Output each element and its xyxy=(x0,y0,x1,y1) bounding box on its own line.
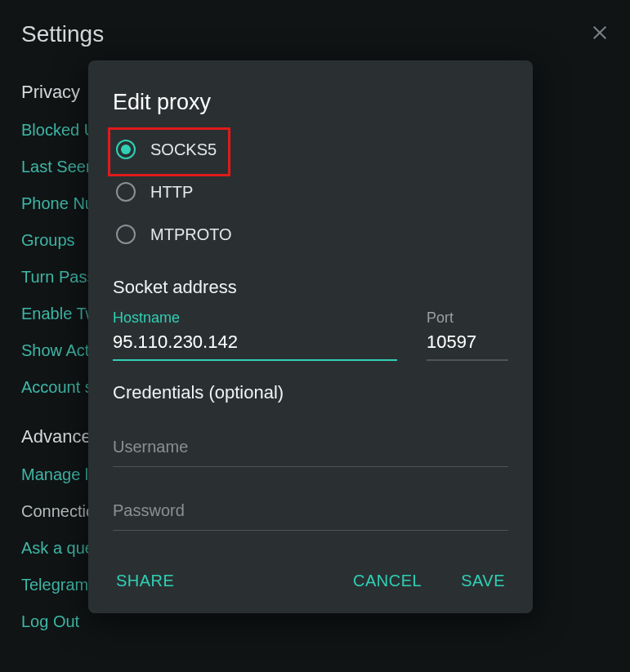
close-icon[interactable] xyxy=(591,24,609,45)
address-row: Hostname Port xyxy=(113,309,508,361)
spacer xyxy=(210,567,317,595)
radio-mtproto[interactable]: MTPROTO xyxy=(113,213,508,256)
radio-dot-icon xyxy=(116,140,136,159)
radio-socks5-label: SOCKS5 xyxy=(150,140,217,159)
password-input[interactable] xyxy=(113,485,508,531)
credentials-head: Credentials (optional) xyxy=(113,382,508,403)
save-button[interactable]: SAVE xyxy=(458,567,508,595)
radio-http[interactable]: HTTP xyxy=(113,171,508,213)
port-input[interactable] xyxy=(427,332,508,361)
password-field-wrap xyxy=(113,485,508,531)
hostname-label: Hostname xyxy=(113,309,397,327)
hostname-input[interactable] xyxy=(113,332,397,361)
edit-proxy-modal: Edit proxy SOCKS5 HTTP MTPROTO Socket ad… xyxy=(88,60,533,613)
username-field-wrap xyxy=(113,421,508,467)
port-label: Port xyxy=(427,309,508,327)
share-button[interactable]: SHARE xyxy=(113,567,177,595)
settings-header: Settings xyxy=(21,21,609,47)
link-log-out[interactable]: Log Out xyxy=(21,612,609,631)
modal-title: Edit proxy xyxy=(113,90,508,115)
socket-address-head: Socket address xyxy=(113,277,508,298)
radio-circle-icon xyxy=(116,182,136,202)
cancel-button[interactable]: CANCEL xyxy=(350,567,425,595)
modal-actions: SHARE CANCEL SAVE xyxy=(113,567,508,595)
radio-mtproto-label: MTPROTO xyxy=(150,225,232,244)
radio-circle-icon xyxy=(116,225,136,244)
port-field-wrap: Port xyxy=(427,309,508,361)
settings-title: Settings xyxy=(21,21,104,47)
radio-socks5[interactable]: SOCKS5 xyxy=(113,128,508,171)
username-input[interactable] xyxy=(113,421,508,467)
hostname-field-wrap: Hostname xyxy=(113,309,397,361)
radio-http-label: HTTP xyxy=(150,183,193,202)
